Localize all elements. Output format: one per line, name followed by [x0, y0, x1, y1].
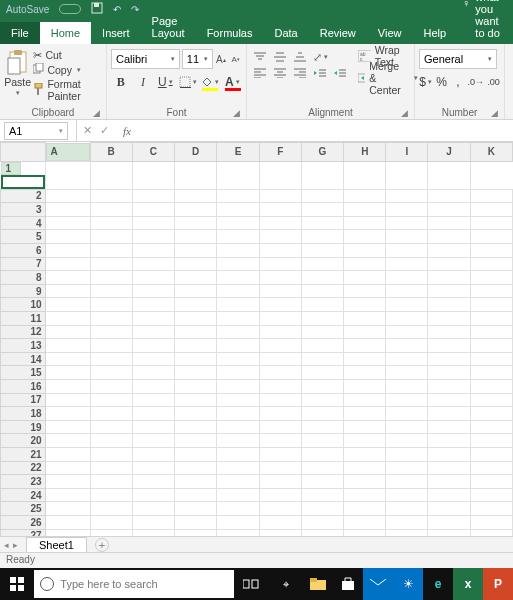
- cell[interactable]: [428, 366, 470, 380]
- cell[interactable]: [45, 352, 90, 366]
- cell[interactable]: [344, 244, 386, 258]
- cell[interactable]: [386, 393, 428, 407]
- cell[interactable]: [470, 447, 512, 461]
- cell[interactable]: [470, 189, 512, 203]
- cell[interactable]: [386, 244, 428, 258]
- orientation-icon[interactable]: ⤢▾: [311, 49, 329, 65]
- cell[interactable]: [90, 230, 132, 244]
- cell[interactable]: [428, 488, 470, 502]
- cell[interactable]: [90, 244, 132, 258]
- cell[interactable]: [217, 393, 259, 407]
- cell[interactable]: [45, 475, 90, 489]
- cell[interactable]: [45, 216, 90, 230]
- cell[interactable]: [217, 420, 259, 434]
- taskbar-search[interactable]: Type here to search: [34, 570, 234, 598]
- cell[interactable]: [428, 380, 470, 394]
- cell[interactable]: [470, 352, 512, 366]
- cell[interactable]: [132, 407, 174, 421]
- cell[interactable]: [259, 189, 301, 203]
- cell[interactable]: [428, 161, 470, 189]
- cell[interactable]: [175, 203, 217, 217]
- cell[interactable]: [301, 230, 343, 244]
- fx-icon[interactable]: fx: [123, 125, 131, 137]
- cell[interactable]: [428, 461, 470, 475]
- cell[interactable]: [344, 366, 386, 380]
- cell[interactable]: [428, 230, 470, 244]
- cell[interactable]: [301, 366, 343, 380]
- cell[interactable]: [428, 407, 470, 421]
- cell[interactable]: [132, 461, 174, 475]
- cell[interactable]: [428, 529, 470, 536]
- cell[interactable]: [301, 312, 343, 326]
- dialog-launcher-icon[interactable]: ◢: [233, 108, 240, 118]
- cell[interactable]: [259, 420, 301, 434]
- cell[interactable]: [344, 230, 386, 244]
- cell[interactable]: [45, 203, 90, 217]
- cell[interactable]: [386, 352, 428, 366]
- autosave-toggle[interactable]: AutoSave: [6, 4, 49, 15]
- cell[interactable]: [132, 161, 174, 189]
- align-middle-icon[interactable]: [271, 49, 289, 65]
- cell[interactable]: [386, 380, 428, 394]
- new-sheet-button[interactable]: +: [95, 538, 109, 552]
- cell[interactable]: [132, 352, 174, 366]
- cell[interactable]: [470, 230, 512, 244]
- cell[interactable]: [470, 407, 512, 421]
- borders-button[interactable]: ▾: [178, 72, 197, 92]
- cell[interactable]: [90, 366, 132, 380]
- bold-button[interactable]: B: [111, 72, 130, 92]
- cell[interactable]: [132, 284, 174, 298]
- cell[interactable]: [90, 189, 132, 203]
- row-header[interactable]: 16: [1, 380, 46, 394]
- cell[interactable]: [301, 271, 343, 285]
- cell[interactable]: [132, 502, 174, 516]
- cell[interactable]: [132, 529, 174, 536]
- cell[interactable]: [217, 244, 259, 258]
- cell[interactable]: [470, 284, 512, 298]
- cell[interactable]: [217, 407, 259, 421]
- cell[interactable]: [90, 216, 132, 230]
- cell[interactable]: [301, 284, 343, 298]
- cell[interactable]: [259, 475, 301, 489]
- cell[interactable]: [470, 529, 512, 536]
- cell[interactable]: [45, 461, 90, 475]
- align-right-icon[interactable]: [291, 65, 309, 81]
- tab-page-layout[interactable]: Page Layout: [141, 10, 196, 44]
- cell[interactable]: [217, 366, 259, 380]
- cell[interactable]: [470, 203, 512, 217]
- copy-button[interactable]: Copy▾: [31, 62, 102, 77]
- cell[interactable]: [344, 488, 386, 502]
- align-left-icon[interactable]: [251, 65, 269, 81]
- fill-color-button[interactable]: ▾: [200, 72, 219, 92]
- cell[interactable]: [259, 271, 301, 285]
- cell[interactable]: [386, 529, 428, 536]
- column-header[interactable]: C: [132, 143, 174, 162]
- cell[interactable]: [344, 434, 386, 448]
- cell[interactable]: [90, 339, 132, 353]
- cell[interactable]: [301, 475, 343, 489]
- tab-home[interactable]: Home: [40, 22, 91, 44]
- cell[interactable]: [301, 257, 343, 271]
- cell[interactable]: [132, 325, 174, 339]
- cell[interactable]: [259, 257, 301, 271]
- cell[interactable]: [132, 380, 174, 394]
- font-size-select[interactable]: 11▾: [182, 49, 213, 69]
- column-header[interactable]: D: [175, 143, 217, 162]
- cell[interactable]: [90, 407, 132, 421]
- cell[interactable]: [175, 189, 217, 203]
- cell[interactable]: [45, 366, 90, 380]
- cell[interactable]: [175, 393, 217, 407]
- mail-icon[interactable]: [363, 568, 393, 600]
- cell[interactable]: [90, 257, 132, 271]
- cell[interactable]: [217, 203, 259, 217]
- cell[interactable]: [259, 230, 301, 244]
- cell[interactable]: [344, 515, 386, 529]
- weather-icon[interactable]: ☀: [393, 568, 423, 600]
- tab-data[interactable]: Data: [263, 22, 308, 44]
- cell[interactable]: [175, 475, 217, 489]
- cell[interactable]: [344, 447, 386, 461]
- italic-button[interactable]: I: [133, 72, 152, 92]
- cell[interactable]: [45, 407, 90, 421]
- cell[interactable]: [301, 488, 343, 502]
- row-header[interactable]: 21: [1, 447, 46, 461]
